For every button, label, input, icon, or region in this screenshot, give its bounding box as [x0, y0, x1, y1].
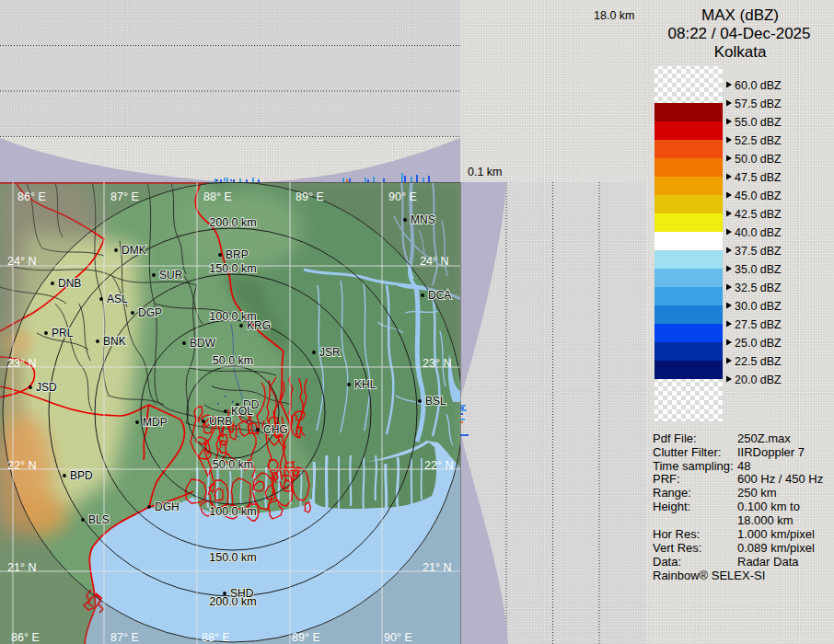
svg-text:50.0 km: 50.0 km	[213, 458, 253, 471]
svg-text:MAX (dBZ): MAX (dBZ)	[701, 6, 779, 24]
svg-text:MNS: MNS	[411, 213, 435, 226]
svg-text:KOL: KOL	[231, 405, 253, 418]
svg-text:25.0 dBZ: 25.0 dBZ	[735, 337, 782, 350]
svg-text:57.5 dBZ: 57.5 dBZ	[735, 98, 782, 110]
svg-text:52.5 dBZ: 52.5 dBZ	[735, 134, 782, 147]
svg-text:24° N: 24° N	[7, 255, 36, 268]
svg-text:22° N: 22° N	[424, 459, 453, 472]
svg-text:BSL: BSL	[425, 395, 446, 408]
svg-text:50.0 dBZ: 50.0 dBZ	[735, 153, 782, 166]
svg-text:50.0 km: 50.0 km	[213, 354, 253, 367]
svg-text:18.0 km: 18.0 km	[594, 9, 634, 22]
svg-text:Pdf File:: Pdf File:	[653, 431, 697, 445]
svg-text:BLS: BLS	[88, 513, 110, 526]
svg-text:08:22 / 04-Dec-2025: 08:22 / 04-Dec-2025	[668, 25, 811, 42]
svg-text:200.0 km: 200.0 km	[209, 216, 256, 229]
svg-text:27.5 dBZ: 27.5 dBZ	[735, 318, 782, 331]
svg-text:0.100 km to: 0.100 km to	[737, 500, 800, 513]
svg-text:47.5 dBZ: 47.5 dBZ	[735, 171, 782, 184]
svg-text:Radar Data: Radar Data	[737, 555, 799, 569]
svg-text:150.0 km: 150.0 km	[209, 262, 256, 275]
svg-text:30.0 dBZ: 30.0 dBZ	[735, 300, 782, 313]
svg-text:Hor Res:: Hor Res:	[653, 527, 700, 541]
svg-text:42.5 dBZ: 42.5 dBZ	[735, 208, 782, 221]
svg-text:ASL: ASL	[107, 293, 128, 305]
svg-text:DGH: DGH	[155, 500, 180, 513]
svg-text:URB: URB	[209, 415, 232, 428]
svg-text:Height:: Height:	[653, 500, 690, 513]
svg-text:SUR: SUR	[159, 269, 183, 282]
svg-text:BDW: BDW	[190, 337, 216, 350]
svg-text:600 Hz / 450 Hz: 600 Hz / 450 Hz	[737, 472, 823, 486]
svg-text:88° E: 88° E	[202, 631, 230, 644]
svg-text:DGP: DGP	[138, 306, 162, 319]
svg-text:22.5 dBZ: 22.5 dBZ	[735, 355, 782, 368]
svg-text:CHG: CHG	[263, 423, 288, 436]
svg-text:90° E: 90° E	[384, 631, 412, 644]
svg-text:45.0 dBZ: 45.0 dBZ	[735, 190, 782, 202]
svg-text:KRG: KRG	[247, 319, 271, 332]
svg-text:Rainbow® SELEX-SI: Rainbow® SELEX-SI	[653, 569, 765, 582]
svg-text:Clutter Filter:: Clutter Filter:	[653, 445, 721, 459]
svg-text:48: 48	[737, 459, 750, 473]
svg-text:21° N: 21° N	[423, 561, 451, 574]
svg-text:20.0 dBZ: 20.0 dBZ	[735, 374, 782, 386]
svg-text:Data:: Data:	[653, 555, 681, 569]
svg-text:89° E: 89° E	[295, 190, 324, 203]
svg-text:60.0 dBZ: 60.0 dBZ	[735, 79, 782, 92]
svg-text:PRL: PRL	[52, 327, 74, 339]
svg-text:Vert Res:: Vert Res:	[653, 541, 701, 555]
svg-text:1.000 km/pixel: 1.000 km/pixel	[737, 527, 815, 541]
svg-text:100.0 km: 100.0 km	[209, 505, 256, 518]
svg-text:32.5 dBZ: 32.5 dBZ	[735, 282, 782, 294]
svg-text:KHL: KHL	[354, 378, 376, 391]
svg-text:0.089 km/pixel: 0.089 km/pixel	[737, 541, 815, 555]
svg-text:22° N: 22° N	[7, 459, 36, 472]
svg-text:35.0 dBZ: 35.0 dBZ	[735, 263, 782, 276]
svg-text:40.0 dBZ: 40.0 dBZ	[735, 226, 782, 239]
svg-text:JSR: JSR	[319, 346, 341, 359]
svg-text:18.000 km: 18.000 km	[737, 513, 793, 527]
svg-text:Kolkata: Kolkata	[714, 43, 767, 61]
svg-text:55.0 dBZ: 55.0 dBZ	[735, 116, 782, 129]
svg-text:JSD: JSD	[36, 381, 57, 394]
svg-text:250Z.max: 250Z.max	[737, 431, 791, 445]
svg-text:BPD: BPD	[70, 469, 93, 482]
svg-text:0.1 km: 0.1 km	[468, 166, 503, 178]
svg-text:Range:: Range:	[653, 486, 691, 500]
svg-text:86° E: 86° E	[11, 631, 40, 644]
svg-text:DCA: DCA	[428, 289, 451, 302]
svg-text:23° N: 23° N	[423, 357, 451, 370]
svg-text:89° E: 89° E	[292, 631, 320, 644]
svg-text:150.0 km: 150.0 km	[209, 551, 256, 564]
svg-text:87° E: 87° E	[110, 190, 139, 203]
svg-text:IIRDoppler 7: IIRDoppler 7	[737, 445, 805, 459]
svg-text:BRP: BRP	[226, 248, 249, 261]
svg-text:SHD: SHD	[230, 587, 254, 600]
svg-text:21° N: 21° N	[7, 561, 36, 574]
svg-text:DNB: DNB	[58, 277, 81, 290]
svg-text:88° E: 88° E	[203, 190, 232, 203]
svg-text:23° N: 23° N	[7, 357, 36, 370]
svg-text:86° E: 86° E	[17, 190, 46, 203]
svg-text:PRF:: PRF:	[653, 472, 680, 486]
svg-text:24° N: 24° N	[420, 255, 448, 268]
svg-text:Time sampling:: Time sampling:	[653, 459, 734, 473]
svg-text:37.5 dBZ: 37.5 dBZ	[735, 245, 782, 258]
svg-text:DMK: DMK	[122, 244, 146, 257]
svg-text:90° E: 90° E	[388, 190, 417, 203]
svg-text:250 km: 250 km	[737, 486, 777, 500]
svg-text:BNK: BNK	[103, 335, 126, 348]
svg-text:87° E: 87° E	[110, 631, 139, 644]
svg-text:MDP: MDP	[143, 416, 168, 429]
